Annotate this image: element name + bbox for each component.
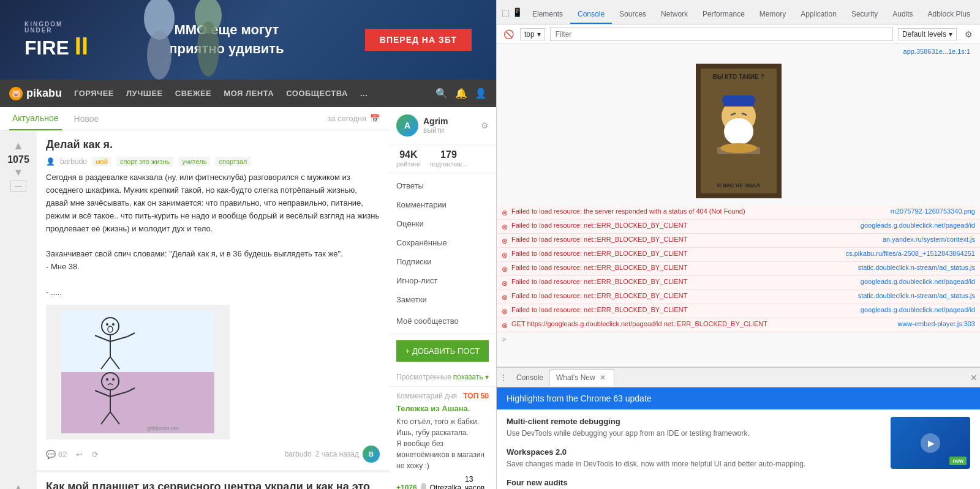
- vote-minus-1[interactable]: —: [10, 181, 26, 192]
- vote-up-1[interactable]: ▲: [13, 140, 24, 152]
- vote-up-2[interactable]: ▲: [13, 482, 24, 489]
- dt-error-link-2[interactable]: an.yandex.ru/system/context.js: [883, 236, 975, 243]
- dt-highlight-title-1: Workspaces 2.0: [507, 447, 881, 457]
- post-share-1[interactable]: ↩: [76, 450, 83, 459]
- menu-saved[interactable]: Сохранённые: [389, 233, 496, 252]
- dt-levels-dropdown[interactable]: Default levels ▾: [898, 28, 957, 40]
- settings-icon[interactable]: ⚙: [481, 121, 489, 130]
- dt-tab-performance[interactable]: Performance: [695, 6, 752, 24]
- dt-error-link-5[interactable]: googleads.g.doubleclick.net/pagead/id: [861, 278, 975, 285]
- svg-point-3: [197, 21, 219, 77]
- rating-num: 94K: [396, 149, 421, 160]
- dt-tab-security[interactable]: Security: [844, 6, 885, 24]
- dt-error-link-6[interactable]: static.doubleclick.n-stream/ad_status.js: [858, 292, 975, 299]
- menu-subscriptions[interactable]: Подписки: [389, 252, 496, 271]
- top50-badge[interactable]: ТОП 50: [463, 392, 489, 400]
- inspect-icon[interactable]: ⬚: [502, 4, 510, 20]
- dt-tab-console[interactable]: Console: [570, 6, 612, 24]
- pikabu-pig-icon: 🐷: [9, 87, 23, 100]
- error-icon-6: ⊗: [502, 293, 508, 302]
- dt-error-link-0[interactable]: m2075792-1260753340.png: [891, 207, 975, 215]
- dt-bottom-tab-whats-new[interactable]: What's New ✕: [549, 369, 614, 386]
- svg-rect-5: [61, 372, 214, 433]
- dt-file-link-area: app.358631e...1e.1s:1: [497, 47, 980, 59]
- dt-tab-adblock[interactable]: Adblock Plus: [921, 6, 978, 24]
- notifications-icon[interactable]: 🔔: [455, 88, 467, 99]
- search-icon[interactable]: 🔍: [435, 88, 448, 99]
- post-title-1[interactable]: Делай как я.: [46, 138, 380, 152]
- post-repost-1[interactable]: ⟳: [92, 450, 99, 459]
- dt-tab-memory[interactable]: Memory: [752, 6, 793, 24]
- cod-post-link[interactable]: Тележка из Ашана.: [396, 404, 489, 413]
- post-tag-sport[interactable]: спорт это жизнь: [116, 157, 173, 166]
- dt-tab-audits[interactable]: Audits: [885, 6, 920, 24]
- dt-console-settings-button[interactable]: ⚙: [962, 28, 975, 41]
- dt-file-link[interactable]: app.358631e...1e.1s:1: [502, 48, 975, 58]
- cod-label: Комментарий дня ТОП 50: [396, 392, 489, 400]
- dt-context-dropdown[interactable]: top ▾: [520, 28, 545, 40]
- nav-item-hot[interactable]: ГОРЯЧЕЕ: [74, 89, 114, 98]
- dt-error-link-3[interactable]: cs.pikabu.ru/files/a-2508_+1512843864251: [846, 250, 975, 257]
- nav-item-fresh[interactable]: СВЕЖЕЕ: [175, 89, 212, 98]
- dt-close-panel-icon[interactable]: ✕: [970, 373, 978, 383]
- nav-item-best[interactable]: ЛУЧШЕЕ: [126, 89, 163, 98]
- logout-link[interactable]: выйти: [423, 126, 448, 135]
- post-comments-1[interactable]: 💬 62: [46, 450, 67, 459]
- dt-video-thumbnail[interactable]: ▶ new: [891, 417, 970, 469]
- dt-error-link-1[interactable]: googleads.g.doubleclick.net/pagead/id: [861, 222, 975, 229]
- dt-error-link-7[interactable]: googleads.g.doubleclick.net/pagead/id: [861, 306, 975, 313]
- close-whats-new-icon[interactable]: ✕: [598, 373, 608, 383]
- stat-subscribers: 179 подписчик...: [430, 149, 468, 168]
- post-tag-teacher[interactable]: учитель: [178, 157, 210, 166]
- dt-tab-elements[interactable]: Elements: [525, 6, 570, 24]
- user-name[interactable]: Agrim: [423, 116, 448, 126]
- device-icon[interactable]: 📱: [512, 4, 522, 20]
- menu-my-community[interactable]: Моё сообщество: [389, 309, 496, 330]
- dt-tab-sources[interactable]: Sources: [612, 6, 654, 24]
- menu-answers[interactable]: Ответы: [389, 176, 496, 195]
- avatar-icon[interactable]: 👤: [475, 88, 487, 99]
- viewed-label: Просмотренные: [396, 373, 451, 381]
- svg-rect-4: [61, 311, 214, 372]
- post-tag-gym[interactable]: спортзал: [215, 157, 251, 166]
- menu-comments[interactable]: Комментарии: [389, 195, 496, 214]
- dt-bottom-more-icon[interactable]: ⋮: [499, 373, 508, 383]
- post-author-1[interactable]: barbudo: [60, 157, 87, 166]
- dt-error-row-3: ⊗ Failed to load resource: net::ERR_BLOC…: [497, 248, 980, 262]
- dt-filter-input[interactable]: [550, 28, 893, 41]
- nav-item-more[interactable]: ...: [360, 89, 368, 98]
- dt-error-row-5: ⊗ Failed to load resource: net::ERR_BLOC…: [497, 276, 980, 290]
- nav-item-communities[interactable]: СООБЩЕСТВА: [286, 89, 348, 98]
- dt-tab-network[interactable]: Network: [654, 6, 695, 24]
- vote-down-1[interactable]: ▼: [13, 167, 23, 178]
- calendar-icon[interactable]: 📅: [370, 114, 380, 123]
- post-title-2[interactable]: Как мой планшет из сервисного центра укр…: [46, 480, 380, 489]
- menu-ratings[interactable]: Оценки: [389, 214, 496, 233]
- dt-bottom-tab-console[interactable]: Console: [510, 369, 549, 386]
- ad-characters: [110, 0, 263, 80]
- menu-notes[interactable]: Заметки: [389, 290, 496, 309]
- menu-ignore[interactable]: Игнор-лист: [389, 271, 496, 290]
- dt-clear-console-button[interactable]: 🚫: [502, 28, 515, 41]
- ad-cta-button[interactable]: ВПЕРЕД НА ЗБТ: [365, 29, 472, 51]
- dt-bottom-panel: ⋮ Console What's New ✕ ✕ Highlights from…: [497, 367, 980, 489]
- cod-username[interactable]: Otrezalka: [430, 483, 461, 489]
- post-tag-my[interactable]: мой: [92, 157, 111, 166]
- tab-new[interactable]: Новое: [71, 107, 102, 130]
- dt-error-text-2: Failed to load resource: net::ERR_BLOCKE…: [511, 236, 879, 243]
- pikabu-navbar: 🐷 pikabu ГОРЯЧЕЕ ЛУЧШЕЕ СВЕЖЕЕ МОЯ ЛЕНТА…: [0, 80, 496, 107]
- show-viewed-button[interactable]: показать ▾: [453, 373, 489, 381]
- dt-error-row-2: ⊗ Failed to load resource: net::ERR_BLOC…: [497, 234, 980, 248]
- dt-tabs: Elements Console Sources Network Perform…: [525, 0, 978, 24]
- dt-error-link-8[interactable]: www-embed-player.js:303: [897, 320, 975, 327]
- user-details: Agrim выйти: [423, 116, 448, 135]
- dt-error-link-4[interactable]: static.doubleclick.n-stream/ad_status.js: [858, 264, 975, 271]
- dt-image-output: ВЫ КТО ТАКИЕ ?: [497, 59, 980, 206]
- tab-actual[interactable]: Актуальное: [9, 107, 62, 130]
- user-avatar: A: [396, 114, 418, 136]
- dt-tab-application[interactable]: Application: [793, 6, 844, 24]
- dt-error-text-4: Failed to load resource: net::ERR_BLOCKE…: [511, 264, 854, 271]
- nav-item-feed[interactable]: МОЯ ЛЕНТА: [224, 89, 274, 98]
- subscribers-num: 179: [430, 149, 468, 160]
- add-post-button[interactable]: + ДОБАВИТЬ ПОСТ: [396, 340, 489, 362]
